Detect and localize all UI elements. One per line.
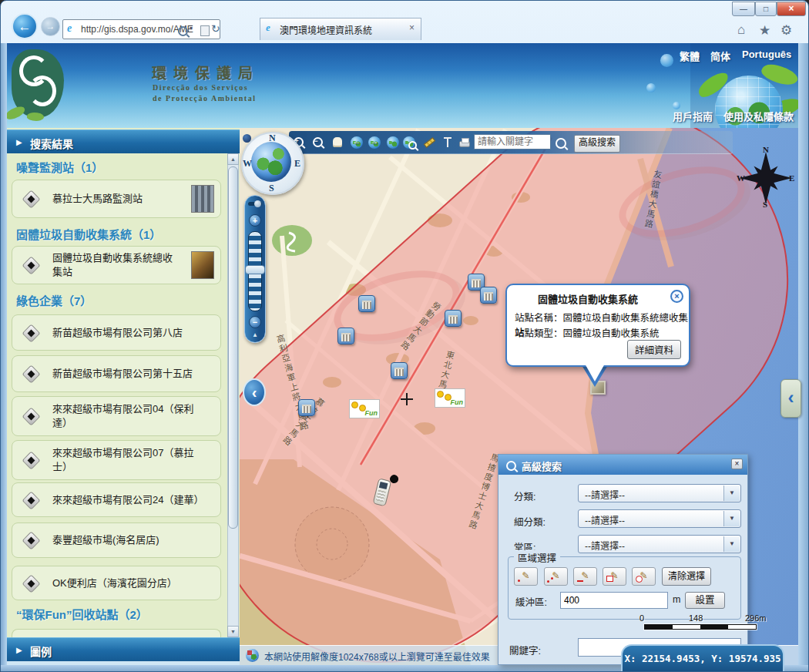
pan-hand-icon[interactable]: [331, 136, 344, 150]
zoom-out-icon[interactable]: −: [311, 136, 325, 150]
compass-rose: N E S W: [737, 146, 795, 207]
search-icon[interactable]: [178, 26, 188, 36]
map-navigation-widget[interactable]: N E S W: [240, 130, 307, 198]
water-drop-decoration: [660, 54, 673, 67]
subcategory-dropdown[interactable]: --請選擇-- ▼: [578, 509, 741, 528]
detail-info-button[interactable]: 詳細資料: [627, 340, 681, 359]
terms-privacy-link[interactable]: 使用及私隱條款: [723, 109, 794, 123]
green-enterprise-marker[interactable]: [337, 328, 354, 344]
chevron-down-icon[interactable]: ▼: [723, 486, 740, 501]
address-bar[interactable]: e http://gis.dspa.gov.mo/AME ▾ ↻: [62, 19, 220, 39]
buffer-distance-input[interactable]: [560, 592, 668, 609]
advanced-search-button[interactable]: 高級搜索: [574, 135, 620, 153]
site-header-banner: 環境保護局 Direcção dos Serviços de Protecção…: [1, 43, 809, 128]
list-item[interactable]: 來來超級市場有限公司07（慕拉士）: [12, 440, 221, 480]
green-enterprise-marker[interactable]: [298, 399, 315, 416]
window-maximize-button[interactable]: □: [755, 2, 777, 16]
panel-close-button[interactable]: ×: [731, 459, 743, 469]
green-enterprise-marker[interactable]: [480, 287, 497, 304]
parish-dropdown[interactable]: --請選擇-- ▼: [578, 535, 741, 553]
list-item-label: OK便利店（海濱花園分店）: [52, 576, 199, 590]
list-item[interactable]: 泰豐超級市場(海名居店): [12, 522, 221, 558]
window-minimize-button[interactable]: —: [732, 2, 755, 16]
chevron-down-icon[interactable]: ▼: [723, 536, 740, 552]
draw-point-tool[interactable]: ✎: [514, 567, 538, 586]
sidebar-collapse-button[interactable]: ‹: [243, 378, 266, 406]
list-item[interactable]: 新苗超級市場有限公司第八店: [12, 314, 221, 351]
nav-south-label: S: [269, 183, 274, 194]
clear-selection-button[interactable]: 清除選擇: [662, 567, 711, 586]
ie-logo-icon: e: [67, 22, 72, 35]
mini-slider-knob[interactable]: [254, 200, 261, 207]
list-item[interactable]: 來來超級市場有限公司24（建華）: [12, 482, 221, 517]
scroll-down-button[interactable]: ▼: [227, 626, 239, 637]
list-item[interactable]: 固體垃圾自動收集系統總收集站: [12, 246, 221, 284]
home-icon[interactable]: ⌂: [737, 22, 745, 38]
refresh-icon[interactable]: ↻: [211, 22, 220, 35]
lang-portuguese-link[interactable]: Português: [742, 49, 791, 60]
scroll-up-button[interactable]: ▲: [227, 153, 239, 165]
sidebar-scrollbar-thumb[interactable]: [228, 166, 238, 529]
list-item[interactable]: 新苗超級市場有限公司第十五店: [12, 355, 221, 392]
favorites-star-icon[interactable]: ★: [759, 22, 770, 39]
green-enterprise-marker[interactable]: [391, 362, 408, 379]
previous-extent-icon[interactable]: ←: [350, 136, 364, 150]
mini-sphere-icon: [243, 134, 251, 143]
search-results-title: 搜索結果: [30, 136, 73, 151]
nav-north-label: N: [269, 133, 276, 144]
lang-traditional-link[interactable]: 繁體: [680, 49, 700, 63]
legend-bar[interactable]: ▶ 圖例: [7, 637, 240, 661]
list-item[interactable]: 慕拉士大馬路監測站: [12, 180, 221, 218]
zoom-slider-panel[interactable]: + − ▲: [244, 195, 266, 343]
browser-back-button[interactable]: ←: [12, 13, 38, 39]
draw-polyline-tool[interactable]: ✎: [544, 567, 568, 586]
user-guide-link[interactable]: 用戶指南: [673, 109, 713, 123]
print-icon[interactable]: [458, 136, 472, 150]
browser-forward-button[interactable]: →: [41, 17, 60, 36]
compass-s: S: [763, 200, 767, 207]
set-buffer-button[interactable]: 設置: [685, 592, 725, 609]
measure-icon[interactable]: [423, 136, 437, 150]
zoom-out-button[interactable]: −: [249, 316, 261, 328]
eco-fun-recycle-marker[interactable]: Fun: [435, 388, 465, 408]
compass-w: W: [737, 173, 745, 183]
advanced-search-header[interactable]: 高級搜索 ×: [498, 455, 747, 475]
search-magnifier-icon[interactable]: [554, 137, 568, 151]
gear-icon[interactable]: ⚙: [780, 22, 792, 39]
map-crosshair: [401, 393, 413, 405]
zoom-ladder-thumb[interactable]: [245, 265, 265, 274]
chevron-down-icon[interactable]: ▾: [190, 25, 193, 32]
green-enterprise-marker[interactable]: [445, 310, 462, 327]
subcategory-label: 細分類:: [514, 514, 545, 529]
keyword-search-input[interactable]: [474, 134, 551, 150]
marker-tool-icon[interactable]: [441, 136, 455, 150]
window-close-button[interactable]: ×: [777, 2, 806, 16]
map-info-popup: 固體垃圾自動收集系統 × 站點名稱：固體垃圾自動收集系統總收集站 站點類型：固體…: [505, 284, 690, 367]
zoom-in-button[interactable]: +: [249, 214, 261, 227]
list-item-label: 泰豐超級市場(海名居店): [52, 533, 199, 547]
full-extent-globe-icon[interactable]: [386, 136, 400, 150]
browser-tab[interactable]: e 澳門環境地理資訊系統 ×: [260, 18, 421, 40]
nav-globe-icon[interactable]: [251, 142, 291, 182]
collapse-up-icon[interactable]: ▲: [252, 331, 258, 338]
url-text[interactable]: http://gis.dspa.gov.mo/AME: [81, 24, 193, 35]
draw-rectangle-tool[interactable]: ✎: [603, 567, 626, 586]
draw-circle-tool[interactable]: ✎: [632, 567, 656, 586]
right-panel-expand-button[interactable]: ‹: [780, 379, 801, 418]
arrow-right-icon: ▶: [16, 646, 22, 654]
chevron-down-icon[interactable]: ▼: [723, 511, 740, 526]
lang-simplified-link[interactable]: 简体: [710, 49, 730, 63]
search-results-header[interactable]: ▶ 搜索結果: [7, 129, 240, 153]
popup-close-icon[interactable]: ×: [670, 290, 683, 303]
list-item[interactable]: OK便利店（海濱花園分店）: [12, 566, 221, 600]
zoom-to-selection-icon[interactable]: [402, 136, 416, 150]
draw-freehand-tool[interactable]: ✎: [573, 567, 597, 586]
compatibility-view-icon[interactable]: [200, 25, 210, 36]
category-dropdown[interactable]: --請選擇-- ▼: [578, 484, 741, 502]
green-enterprise-marker[interactable]: [358, 295, 375, 312]
next-extent-icon[interactable]: →: [368, 136, 381, 150]
list-item[interactable]: 來來超級市場有限公司04（保利達）: [12, 396, 221, 436]
eco-fun-recycle-marker[interactable]: Fun: [349, 399, 380, 418]
tab-close-icon[interactable]: ×: [409, 22, 415, 33]
section-green-enterprises: 綠色企業（7）: [16, 292, 92, 308]
